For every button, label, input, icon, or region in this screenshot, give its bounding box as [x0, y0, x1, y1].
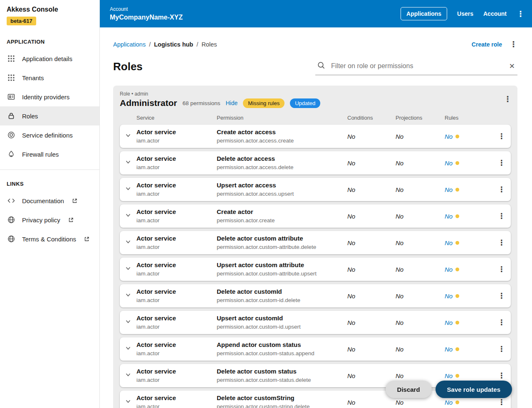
service-name: Actor service — [136, 128, 213, 136]
permission-cell: Delete actor custom attribute permission… — [217, 231, 347, 254]
conditions-value: No — [347, 186, 396, 193]
service-code: iam.actor — [136, 350, 213, 357]
row-menu-icon[interactable]: ⋮ — [492, 158, 511, 167]
page-title: Roles — [113, 60, 143, 73]
rules-value: No — [445, 186, 453, 193]
column-rules: Rules — [445, 115, 492, 121]
sidebar-item-terms-conditions[interactable]: Terms & Conditions — [0, 229, 99, 248]
expand-row-button[interactable] — [120, 132, 136, 140]
service-cell: Actor service iam.actor — [136, 284, 217, 307]
discard-button[interactable]: Discard — [386, 381, 432, 398]
row-menu-icon[interactable]: ⋮ — [492, 265, 511, 274]
row-menu-icon[interactable]: ⋮ — [492, 398, 511, 407]
column-conditions: Conditions — [347, 115, 396, 121]
topbar-account-block: Account MyCompanyName-XYZ — [110, 6, 183, 21]
grid-icon — [7, 54, 16, 63]
clear-search-icon[interactable]: ✕ — [508, 62, 516, 71]
topbar-menu-icon[interactable]: ⋮ — [517, 10, 525, 18]
permission-name: Delete actor customString — [217, 394, 344, 402]
permission-code: permission.actor.access.create — [217, 137, 344, 145]
role-menu-icon[interactable]: ⋮ — [504, 94, 512, 104]
expand-row-button[interactable] — [120, 238, 136, 247]
sidebar-item-service-definitions[interactable]: Service definitions — [0, 125, 99, 145]
chevron-down-icon — [125, 185, 131, 194]
sidebar-item-privacy-policy[interactable]: Privacy policy — [0, 210, 99, 229]
page-menu-icon[interactable]: ⋮ — [510, 39, 517, 49]
missing-rules-chip: Missing rules — [243, 98, 285, 108]
create-role-button[interactable]: Create role — [472, 41, 502, 48]
sidebar-item-firewall-rules[interactable]: Firewall rules — [0, 145, 99, 164]
expand-row-button[interactable] — [120, 212, 136, 220]
external-link-icon — [72, 198, 77, 204]
row-menu-icon[interactable]: ⋮ — [492, 238, 511, 247]
topbar-nav-applications[interactable]: Applications — [401, 7, 447, 20]
missing-rule-dot-icon — [455, 161, 459, 165]
breadcrumb-separator: / — [149, 41, 151, 48]
rules-cell: No — [445, 160, 492, 167]
lock-icon — [7, 111, 16, 120]
sidebar-item-roles[interactable]: Roles — [0, 106, 99, 125]
projections-value: No — [396, 133, 445, 140]
role-kicker: Role • admin — [120, 91, 511, 97]
sidebar-item-documentation[interactable]: Documentation — [0, 191, 99, 210]
permission-code: permission.actor.custom-status.append — [217, 350, 344, 357]
service-cell: Actor service iam.actor — [136, 364, 217, 387]
projections-value: No — [396, 266, 445, 273]
service-cell: Actor service iam.actor — [136, 231, 217, 254]
sidebar-item-identity-providers[interactable]: Identity providers — [0, 87, 99, 106]
chevron-down-icon — [125, 345, 131, 353]
app-root: Akkess Console beta-617 APPLICATION Appl… — [0, 0, 532, 408]
expand-row-button[interactable] — [120, 159, 136, 167]
sidebar-item-tenants[interactable]: Tenants — [0, 68, 99, 87]
expand-row-button[interactable] — [120, 185, 136, 194]
id-badge-icon — [7, 92, 16, 101]
save-role-updates-button[interactable]: Save role updates — [435, 381, 512, 398]
permission-name: Upsert actor customId — [217, 314, 344, 322]
expand-row-button[interactable] — [120, 265, 136, 273]
row-menu-icon[interactable]: ⋮ — [492, 344, 511, 354]
permission-name: Create actor access — [217, 128, 344, 136]
missing-rule-dot-icon — [455, 188, 459, 192]
permission-code: permission.actor.access.delete — [217, 164, 344, 171]
row-menu-icon[interactable]: ⋮ — [492, 185, 511, 194]
sidebar-section-application: APPLICATION — [0, 28, 99, 49]
expand-row-button[interactable] — [120, 398, 136, 406]
row-menu-icon[interactable]: ⋮ — [492, 371, 511, 380]
expand-row-button[interactable] — [120, 371, 136, 380]
hide-link[interactable]: Hide — [225, 100, 238, 106]
chevron-down-icon — [125, 132, 131, 140]
chevron-down-icon — [125, 318, 131, 327]
topbar-nav-account[interactable]: Account — [483, 10, 507, 17]
service-code: iam.actor — [136, 217, 213, 224]
sidebar-item-application-details[interactable]: Application details — [0, 49, 99, 68]
permission-cell: Delete actor customId permission.actor.c… — [217, 284, 347, 307]
permission-cell: Append actor custom status permission.ac… — [217, 337, 347, 360]
row-menu-icon[interactable]: ⋮ — [492, 132, 511, 141]
row-menu-icon[interactable]: ⋮ — [492, 211, 511, 221]
topbar-nav: Applications Users Account ⋮ — [401, 7, 525, 20]
service-name: Actor service — [136, 261, 213, 269]
expand-row-button[interactable] — [120, 318, 136, 327]
service-name: Actor service — [136, 288, 213, 296]
expand-row-button[interactable] — [120, 292, 136, 300]
service-code: iam.actor — [136, 270, 213, 278]
row-menu-icon[interactable]: ⋮ — [492, 291, 511, 300]
permission-row: Actor service iam.actor Create actor per… — [120, 204, 511, 228]
sidebar-item-label: Service definitions — [22, 132, 73, 139]
row-menu-icon[interactable]: ⋮ — [492, 318, 511, 327]
breadcrumb-applications[interactable]: Applications — [113, 41, 146, 48]
external-link-icon — [84, 236, 89, 242]
chevron-down-icon — [125, 238, 131, 247]
service-code: iam.actor — [136, 403, 213, 408]
missing-rule-dot-icon — [455, 321, 459, 324]
sidebar-item-label: Firewall rules — [22, 151, 59, 158]
expand-row-button[interactable] — [120, 345, 136, 353]
rules-value: No — [445, 399, 453, 406]
permission-code: permission.actor.create — [217, 217, 344, 224]
search-input[interactable] — [330, 62, 503, 70]
service-cell: Actor service iam.actor — [136, 204, 217, 227]
permission-cell: Create actor permission.actor.create — [217, 204, 347, 227]
breadcrumb-separator: / — [196, 41, 198, 48]
topbar-nav-users[interactable]: Users — [457, 10, 473, 17]
breadcrumb-logistics-hub[interactable]: Logistics hub — [154, 41, 193, 48]
